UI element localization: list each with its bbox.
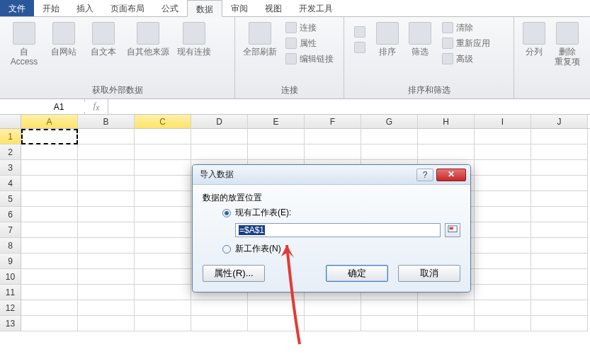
cell[interactable] xyxy=(21,129,78,144)
row-header[interactable]: 5 xyxy=(0,191,21,207)
cell[interactable] xyxy=(135,176,191,191)
from-text-button[interactable]: 自文本 xyxy=(84,21,123,58)
cell[interactable] xyxy=(531,129,588,144)
cell[interactable] xyxy=(135,238,191,254)
range-picker-button[interactable] xyxy=(445,223,460,237)
cell[interactable] xyxy=(135,191,191,207)
cell[interactable] xyxy=(78,238,135,254)
remove-duplicates-button[interactable]: 删除重复项 xyxy=(550,21,585,68)
col-header[interactable]: A xyxy=(21,115,78,128)
cell[interactable] xyxy=(21,316,78,331)
cell[interactable] xyxy=(78,316,135,331)
cell[interactable] xyxy=(361,129,418,144)
edit-links-button[interactable]: 编辑链接 xyxy=(283,52,336,66)
cell[interactable] xyxy=(475,176,531,191)
cell[interactable] xyxy=(135,129,191,144)
tab-home[interactable]: 开始 xyxy=(34,0,68,16)
cell[interactable] xyxy=(21,285,78,300)
col-header[interactable]: C xyxy=(135,115,191,128)
cell[interactable] xyxy=(78,144,135,160)
tab-view[interactable]: 视图 xyxy=(256,0,290,16)
cell[interactable] xyxy=(475,144,531,160)
cell-reference-input[interactable]: =$A$1 xyxy=(235,223,441,237)
cell[interactable] xyxy=(135,269,191,285)
cell[interactable] xyxy=(475,269,531,285)
properties-button[interactable]: 属性 xyxy=(283,36,336,50)
new-sheet-option[interactable]: 新工作表(N) xyxy=(222,243,460,255)
cell[interactable] xyxy=(135,300,191,316)
ok-button[interactable]: 确定 xyxy=(326,265,388,282)
reapply-button[interactable]: 重新应用 xyxy=(439,36,493,50)
cell[interactable] xyxy=(531,285,588,300)
cell[interactable] xyxy=(475,129,531,144)
cell[interactable] xyxy=(361,300,418,316)
col-header[interactable]: D xyxy=(191,115,248,128)
cell[interactable] xyxy=(191,144,248,160)
col-header[interactable]: E xyxy=(248,115,305,128)
cell[interactable] xyxy=(135,222,191,238)
radio-existing-sheet[interactable] xyxy=(222,209,231,217)
dialog-help-button[interactable]: ? xyxy=(416,169,433,181)
existing-sheet-option[interactable]: 现有工作表(E): xyxy=(222,207,460,219)
tab-developer[interactable]: 开发工具 xyxy=(290,0,341,16)
tab-review[interactable]: 审阅 xyxy=(222,0,256,16)
tab-page-layout[interactable]: 页面布局 xyxy=(102,0,153,16)
cell[interactable] xyxy=(21,300,78,316)
cell[interactable] xyxy=(475,300,531,316)
cell[interactable] xyxy=(248,144,305,160)
sort-az-button[interactable] xyxy=(351,25,368,39)
existing-connections-button[interactable]: 现有连接 xyxy=(173,21,215,58)
cell[interactable] xyxy=(21,254,78,269)
cell[interactable] xyxy=(135,316,191,331)
dialog-close-button[interactable]: ✕ xyxy=(436,169,466,181)
cell[interactable] xyxy=(21,238,78,254)
cell[interactable] xyxy=(531,207,588,222)
fx-icon[interactable]: fx xyxy=(91,101,102,112)
cell[interactable] xyxy=(135,285,191,300)
cell[interactable] xyxy=(418,129,475,144)
cell[interactable] xyxy=(78,285,135,300)
cell[interactable] xyxy=(418,300,475,316)
from-access-button[interactable]: 自 Access xyxy=(4,21,44,68)
from-web-button[interactable]: 自网站 xyxy=(44,21,84,58)
row-header[interactable]: 11 xyxy=(0,285,21,300)
cell[interactable] xyxy=(21,144,78,160)
cell[interactable] xyxy=(78,176,135,191)
cell[interactable] xyxy=(135,207,191,222)
cell[interactable] xyxy=(475,238,531,254)
col-header[interactable]: F xyxy=(305,115,361,128)
sort-za-button[interactable] xyxy=(351,40,368,55)
cell[interactable] xyxy=(531,191,588,207)
dialog-titlebar[interactable]: 导入数据 ? ✕ xyxy=(193,165,470,185)
cell[interactable] xyxy=(531,316,588,331)
cell[interactable] xyxy=(475,222,531,238)
cell[interactable] xyxy=(191,129,248,144)
cell[interactable] xyxy=(305,300,361,316)
row-header[interactable]: 12 xyxy=(0,300,21,316)
col-header[interactable]: J xyxy=(531,115,588,128)
row-header[interactable]: 8 xyxy=(0,238,21,254)
cell[interactable] xyxy=(531,238,588,254)
row-header[interactable]: 4 xyxy=(0,176,21,191)
text-to-columns-button[interactable]: 分列 xyxy=(518,21,550,58)
row-header[interactable]: 10 xyxy=(0,269,21,285)
cell[interactable] xyxy=(78,269,135,285)
connections-button[interactable]: 连接 xyxy=(283,21,336,35)
cell[interactable] xyxy=(78,207,135,222)
tab-file[interactable]: 文件 xyxy=(0,0,34,16)
cell[interactable] xyxy=(248,129,305,144)
row-header[interactable]: 7 xyxy=(0,222,21,238)
tab-data[interactable]: 数据 xyxy=(187,0,222,17)
cell[interactable] xyxy=(475,316,531,331)
cell[interactable] xyxy=(475,207,531,222)
cell[interactable] xyxy=(78,160,135,176)
col-header[interactable]: B xyxy=(78,115,135,128)
cell[interactable] xyxy=(21,160,78,176)
col-header[interactable]: G xyxy=(361,115,418,128)
cancel-button[interactable]: 取消 xyxy=(398,265,460,282)
cell[interactable] xyxy=(21,191,78,207)
row-header[interactable]: 6 xyxy=(0,207,21,222)
cell[interactable] xyxy=(78,300,135,316)
cell[interactable] xyxy=(135,144,191,160)
cell[interactable] xyxy=(361,316,418,331)
